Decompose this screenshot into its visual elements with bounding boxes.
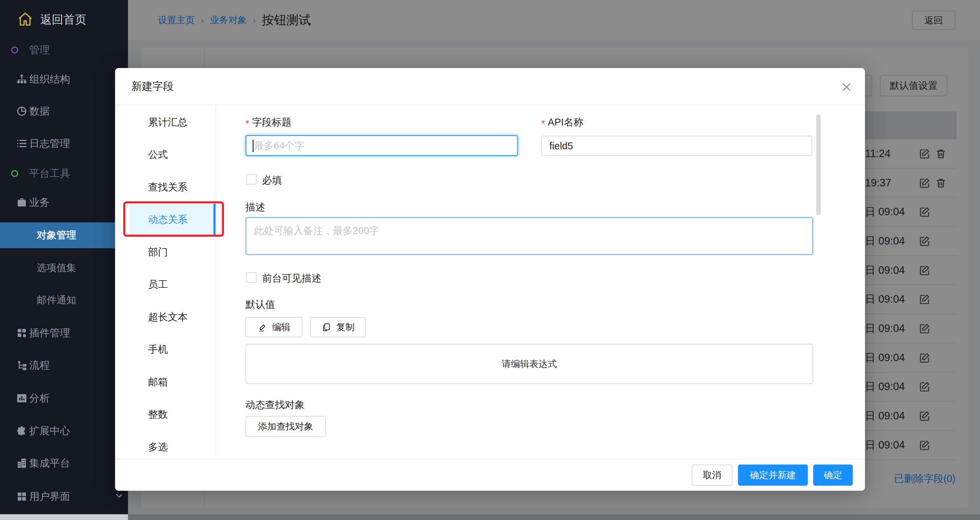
confirm-and-new-button[interactable]: 确定并新建 — [738, 465, 808, 486]
list-icon — [16, 137, 28, 150]
menu-item-employee[interactable]: 员工 — [130, 269, 215, 301]
modal-scrollbar-thumb[interactable] — [816, 114, 821, 215]
api-name-input[interactable] — [541, 136, 812, 156]
ring-purple-icon — [10, 46, 19, 54]
sidebar-home[interactable]: 返回首页 — [0, 5, 128, 33]
add-lookup-object-button[interactable]: 添加查找对象 — [245, 416, 326, 437]
sidebar-item-plugins[interactable]: 插件管理 — [0, 320, 128, 346]
sidebar-home-label: 返回首页 — [40, 12, 86, 27]
confirm-button[interactable]: 确定 — [813, 465, 853, 486]
sidebar-item-integration-platform[interactable]: 集成平台 — [0, 450, 128, 476]
sidebar-item-flow[interactable]: 流程 — [0, 352, 128, 378]
home-icon — [16, 10, 34, 28]
sidebar-item-manage[interactable]: 管理 — [0, 37, 128, 63]
edit-button[interactable]: 编辑 — [245, 317, 302, 338]
field-type-menu: 累计汇总 公式 查找关系 动态关系 部门 员工 超长文本 手机 邮箱 整数 多选 — [130, 106, 216, 454]
menu-item-integer[interactable]: 整数 — [130, 399, 215, 431]
sidebar-item-option-sets[interactable]: 选项值集 — [0, 255, 128, 281]
api-name-label: API名称 — [541, 116, 584, 129]
copy-button[interactable]: 复制 — [310, 317, 366, 338]
org-structure-icon — [16, 73, 28, 86]
new-field-modal: 新建字段 累计汇总 公式 查找关系 动态关系 部门 员工 超长文本 手机 邮箱 … — [115, 68, 865, 491]
sidebar-item-extension-center[interactable]: 扩展中心 — [0, 418, 128, 444]
field-title-label: 字段标题 — [245, 116, 291, 129]
required-checkbox[interactable] — [246, 174, 257, 185]
building-icon — [16, 457, 28, 469]
sidebar-item-platform-tools[interactable]: 平台工具 — [0, 160, 128, 186]
sidebar-item-data[interactable]: 数据 — [0, 98, 128, 124]
flow-icon — [16, 359, 28, 371]
front-visible-desc-checkbox[interactable] — [246, 272, 257, 282]
pie-chart-icon — [16, 105, 28, 117]
sidebar-item-mail-notify[interactable]: 邮件通知 — [0, 287, 128, 313]
menu-item-phone[interactable]: 手机 — [130, 334, 215, 366]
sidebar-item-object-management[interactable]: 对象管理 — [0, 222, 128, 248]
sidebar-item-logs[interactable]: 日志管理 — [0, 131, 128, 157]
grid-icon — [16, 490, 28, 503]
plugin-grid-icon — [16, 327, 28, 339]
sidebar-item-analysis[interactable]: 分析 — [0, 385, 128, 411]
text-caret — [253, 140, 254, 152]
close-icon[interactable] — [841, 82, 852, 92]
required-label: 必填 — [262, 174, 282, 187]
briefcase-icon — [16, 196, 28, 208]
menu-item-department[interactable]: 部门 — [130, 236, 215, 269]
app-screen: 返回首页 管理 组织结构 数据 日志管理 平台工具 业务 对象管理 — [0, 0, 980, 520]
description-label: 描述 — [245, 201, 265, 214]
copy-icon — [321, 322, 331, 332]
front-visible-desc-label: 前台可见描述 — [262, 272, 321, 285]
menu-item-rollup-summary[interactable]: 累计汇总 — [130, 106, 215, 139]
ring-green-icon — [10, 169, 19, 178]
menu-item-lookup-relation[interactable]: 查找关系 — [130, 171, 215, 204]
menu-item-long-text[interactable]: 超长文本 — [130, 301, 215, 334]
menu-item-email[interactable]: 邮箱 — [130, 366, 215, 399]
modal-header: 新建字段 — [115, 68, 865, 105]
puzzle-icon — [16, 425, 28, 437]
description-textarea[interactable] — [245, 217, 813, 255]
default-value-label: 默认值 — [245, 298, 275, 312]
sidebar-item-org-structure[interactable]: 组织结构 — [0, 66, 128, 92]
dynamic-lookup-label: 动态查找对象 — [245, 398, 305, 412]
menu-item-multi-select[interactable]: 多选 — [130, 431, 215, 454]
pencil-icon — [257, 322, 267, 332]
menu-item-dynamic-relation[interactable]: 动态关系 — [130, 204, 215, 236]
modal-footer: 取消 确定并新建 确定 — [115, 459, 865, 491]
sidebar-item-user-interface[interactable]: 用户界面 — [0, 484, 128, 509]
cancel-button[interactable]: 取消 — [692, 465, 733, 486]
chevron-down-icon[interactable] — [115, 491, 124, 501]
sidebar-item-business[interactable]: 业务 — [0, 189, 128, 215]
sidebar: 返回首页 管理 组织结构 数据 日志管理 平台工具 业务 对象管理 — [0, 0, 128, 520]
bar-chart-icon — [16, 392, 28, 404]
field-title-input[interactable] — [245, 135, 518, 156]
expression-editor-box[interactable]: 请编辑表达式 — [245, 344, 813, 384]
modal-title: 新建字段 — [131, 79, 173, 94]
menu-item-formula[interactable]: 公式 — [130, 139, 215, 171]
